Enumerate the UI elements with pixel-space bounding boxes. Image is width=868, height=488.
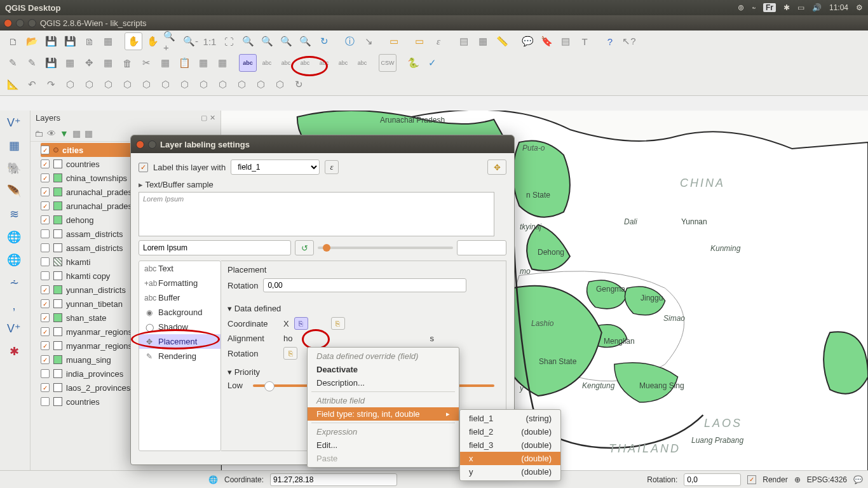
layer-visible-checkbox[interactable]: ✓ (41, 285, 50, 294)
new-project-icon[interactable]: 🗋 (4, 32, 22, 50)
dialog-tab-shadow[interactable]: ◯Shadow (139, 320, 220, 334)
ctx-edit[interactable]: Edit... (308, 438, 459, 452)
render-checkbox[interactable]: ✓ (747, 475, 756, 484)
ctx-description[interactable]: Description... (308, 376, 459, 390)
save-as-icon[interactable]: 💾 (61, 32, 79, 50)
add-wfs-icon[interactable]: ⩪ (3, 273, 25, 292)
visibility-icon[interactable]: 👁 (47, 128, 56, 139)
ctx-field-type[interactable]: Field type: string, int, double (308, 407, 459, 421)
deselect-icon[interactable]: ▭ (410, 32, 428, 50)
undo-icon[interactable]: ↶ (23, 76, 41, 93)
layer-visible-checkbox[interactable] (41, 229, 50, 238)
adv-1-icon[interactable]: ⬡ (61, 76, 79, 93)
adv-2-icon[interactable]: ⬡ (80, 76, 98, 93)
dialog-close-button[interactable] (136, 140, 144, 149)
coordinate-input[interactable] (270, 473, 397, 486)
gear-icon[interactable]: ⚙ (856, 3, 863, 12)
sample-size-slider[interactable] (318, 247, 453, 249)
open-project-icon[interactable]: 📂 (23, 32, 41, 50)
window-minimize-button[interactable] (16, 19, 24, 27)
label-tool-4-icon[interactable]: abc (296, 54, 314, 72)
expression-icon[interactable]: ε (430, 32, 447, 50)
whats-this-icon[interactable]: ↖? (620, 32, 638, 50)
adv-8-icon[interactable]: ⬡ (194, 76, 212, 93)
label-tool-7-icon[interactable]: abc (353, 54, 371, 72)
volume-icon[interactable]: 🔊 (812, 3, 822, 12)
expression-button[interactable]: ε (325, 160, 339, 174)
label-tool-3-icon[interactable]: abc (277, 54, 295, 72)
cut-icon[interactable]: ✂ (137, 54, 155, 72)
add-spatialite-icon[interactable]: 🪶 (3, 182, 25, 201)
layer-visible-checkbox[interactable]: ✓ (41, 355, 50, 364)
collapse-icon[interactable]: ▦ (85, 128, 93, 139)
measure-icon[interactable]: 📏 (493, 32, 511, 50)
add-csv-icon[interactable]: , (3, 296, 25, 315)
cad-icon[interactable]: 📐 (4, 76, 22, 93)
delete-icon[interactable]: 🗑 (118, 54, 136, 72)
wifi-icon[interactable]: ⧜ (752, 3, 756, 12)
adv-9-icon[interactable]: ⬡ (214, 76, 231, 93)
rotation-input[interactable] (684, 473, 741, 486)
layer-visible-checkbox[interactable]: ✓ (41, 215, 50, 224)
keyboard-layout[interactable]: Fr (763, 3, 776, 12)
add-raster-icon[interactable]: ▦ (3, 136, 25, 155)
add-feature-icon[interactable]: ▦ (61, 54, 79, 72)
label-tool-5-icon[interactable]: abc (315, 54, 333, 72)
crs-icon[interactable]: ⊕ (794, 475, 801, 484)
paste-icon[interactable]: 📋 (175, 54, 193, 72)
layer-visible-checkbox[interactable]: ✓ (41, 187, 50, 196)
dialog-tab-background[interactable]: ◉Background (139, 305, 220, 320)
new-vector-icon[interactable]: V⁺ (3, 319, 25, 338)
grass-icon[interactable]: ✱ (3, 342, 25, 361)
pan-selection-icon[interactable]: ✋ (144, 32, 161, 50)
adv-13-icon[interactable]: ↻ (290, 76, 308, 93)
add-mssql-icon[interactable]: ≋ (3, 205, 25, 224)
adv-11-icon[interactable]: ⬡ (252, 76, 269, 93)
dialog-tab-rendering[interactable]: ✎Rendering (139, 349, 220, 363)
ctx-deactivate[interactable]: Deactivate (308, 363, 459, 376)
dialog-title-bar[interactable]: Layer labeling settings (131, 135, 514, 153)
globe-icon[interactable]: 🌐 (208, 475, 218, 484)
sample-color-preview[interactable] (457, 240, 506, 255)
layer-visible-checkbox[interactable]: ✓ (41, 313, 50, 322)
move-feature-icon[interactable]: ✥ (80, 54, 98, 72)
layer-visible-checkbox[interactable] (41, 369, 50, 378)
crs-value[interactable]: EPSG:4326 (807, 475, 847, 484)
text-annotation-icon[interactable]: T (576, 32, 593, 50)
refresh-icon[interactable]: ↻ (315, 32, 333, 50)
sample-text-input[interactable] (139, 240, 291, 255)
layer-visible-checkbox[interactable]: ✓ (41, 383, 50, 392)
submenu-field-y[interactable]: y(double) (460, 465, 560, 478)
add-wms-icon[interactable]: 🌐 (3, 227, 25, 247)
save-icon[interactable]: 💾 (42, 32, 60, 50)
network-icon[interactable]: ⊚ (738, 3, 744, 12)
label-tool-button[interactable]: abc (239, 54, 257, 72)
submenu-field-x[interactable]: x(double) (460, 452, 560, 465)
coord-y-dd-button[interactable]: ⎘ (331, 317, 345, 330)
pin-labels-button[interactable]: ✥ (487, 159, 506, 175)
adv-6-icon[interactable]: ⬡ (156, 76, 174, 93)
layer-visible-checkbox[interactable]: ✓ (41, 341, 50, 350)
help-icon[interactable]: ? (601, 32, 619, 50)
add-wcs-icon[interactable]: 🌐 (3, 250, 25, 269)
dialog-minimize-button[interactable] (148, 140, 156, 149)
dialog-tab-text[interactable]: abcText (139, 261, 220, 276)
composer-manager-icon[interactable]: ▦ (99, 32, 117, 50)
new-composer-icon[interactable]: 🗎 (80, 32, 98, 50)
identify-arrow-icon[interactable]: ↘ (360, 32, 377, 50)
window-close-button[interactable] (4, 19, 12, 27)
map-tips-icon[interactable]: 💬 (519, 32, 536, 50)
adv-4-icon[interactable]: ⬡ (118, 76, 136, 93)
clock[interactable]: 11:04 (829, 3, 848, 12)
zoom-selection-icon[interactable]: 🔍 (239, 32, 257, 50)
submenu-field-field_3[interactable]: field_3(double) (460, 438, 560, 452)
expand-icon[interactable]: ▦ (72, 128, 81, 139)
python-console-icon[interactable]: 🐍 (404, 54, 422, 72)
plugin-icon[interactable]: ✓ (423, 54, 441, 72)
layer-visible-checkbox[interactable]: ✓ (41, 159, 50, 168)
pan-icon[interactable]: ✋ (125, 32, 142, 50)
layer-visible-checkbox[interactable] (41, 397, 50, 406)
adv-5-icon[interactable]: ⬡ (137, 76, 155, 93)
redo-icon[interactable]: ↷ (42, 76, 60, 93)
tb2-icon-a[interactable]: ▦ (194, 54, 212, 72)
